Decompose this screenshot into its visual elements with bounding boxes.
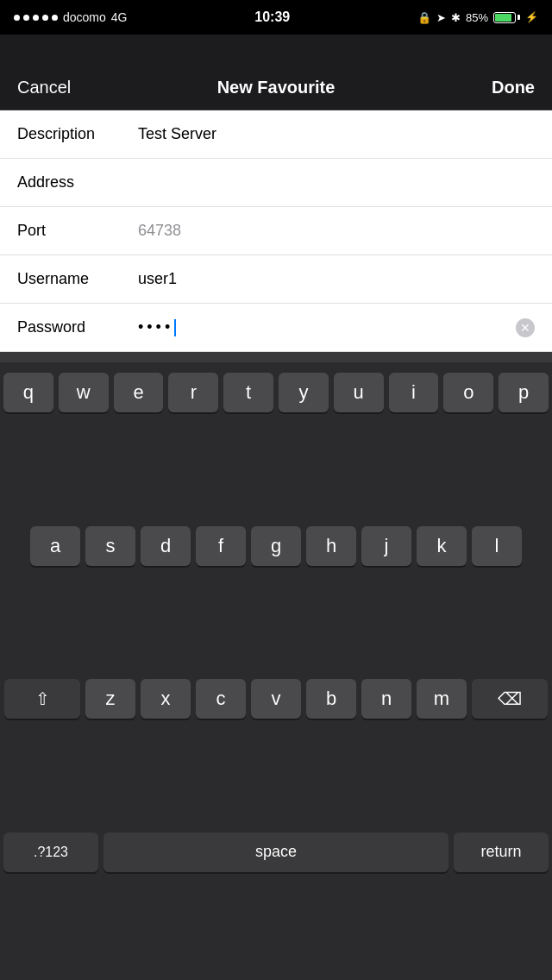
- key-b[interactable]: b: [306, 679, 356, 719]
- space-key[interactable]: space: [104, 832, 448, 872]
- password-dots[interactable]: ••••: [138, 318, 516, 336]
- keyboard-row-2: a s d f g h j k l: [3, 526, 549, 671]
- address-label: Address: [17, 173, 138, 192]
- key-d[interactable]: d: [141, 526, 191, 566]
- battery-fill: [495, 14, 511, 22]
- password-row: Password •••• ✕: [0, 304, 552, 352]
- key-k[interactable]: k: [417, 526, 467, 566]
- keyboard-gap: [0, 352, 552, 362]
- key-r[interactable]: r: [168, 373, 218, 412]
- password-label: Password: [17, 318, 138, 336]
- key-z[interactable]: z: [85, 679, 135, 719]
- cancel-button[interactable]: Cancel: [17, 78, 86, 97]
- port-label: Port: [17, 222, 138, 240]
- form-area: Description Address Port 64738 Username …: [0, 110, 552, 352]
- signal-dots: [14, 15, 58, 21]
- text-cursor: [174, 319, 176, 336]
- network-type: 4G: [111, 10, 128, 24]
- charging-icon: ⚡: [525, 11, 538, 23]
- port-placeholder[interactable]: 64738: [138, 222, 181, 240]
- key-f[interactable]: f: [196, 526, 246, 566]
- lock-icon: 🔒: [417, 11, 431, 24]
- nav-bar: Cancel New Favourite Done: [0, 35, 552, 110]
- key-s[interactable]: s: [85, 526, 135, 566]
- description-row: Description: [0, 110, 552, 159]
- key-g[interactable]: g: [251, 526, 301, 566]
- keyboard-row-1: q w e r t y u i o p: [3, 373, 549, 518]
- key-o[interactable]: o: [443, 373, 493, 412]
- dot-4: [42, 15, 48, 21]
- bluetooth-icon: ✱: [451, 11, 461, 24]
- key-a[interactable]: a: [30, 526, 80, 566]
- done-button[interactable]: Done: [466, 78, 535, 97]
- status-left: docomo 4G: [14, 10, 128, 24]
- battery-percent: 85%: [466, 11, 488, 24]
- dot-5: [52, 15, 58, 21]
- carrier-name: docomo: [63, 10, 106, 24]
- key-l[interactable]: l: [472, 526, 522, 566]
- port-row: Port 64738: [0, 207, 552, 255]
- key-u[interactable]: u: [334, 373, 384, 412]
- numpad-key[interactable]: .?123: [3, 832, 98, 872]
- key-y[interactable]: y: [279, 373, 329, 412]
- username-value[interactable]: user1: [138, 270, 177, 288]
- key-c[interactable]: c: [196, 679, 246, 719]
- keyboard: q w e r t y u i o p a s d f g h j k l ⇧ …: [0, 362, 552, 980]
- key-e[interactable]: e: [114, 373, 164, 412]
- username-row: Username user1: [0, 255, 552, 304]
- location-icon: ➤: [436, 11, 446, 24]
- description-input[interactable]: [138, 110, 535, 158]
- dot-2: [23, 15, 29, 21]
- key-j[interactable]: j: [361, 526, 411, 566]
- battery-tip: [518, 15, 520, 20]
- key-q[interactable]: q: [3, 373, 53, 412]
- keyboard-row-4: .?123 space return: [3, 832, 549, 977]
- username-label: Username: [17, 270, 138, 288]
- dot-3: [33, 15, 39, 21]
- backspace-key[interactable]: ⌫: [472, 679, 548, 719]
- key-n[interactable]: n: [361, 679, 411, 719]
- status-time: 10:39: [254, 9, 290, 25]
- description-label: Description: [17, 125, 138, 143]
- status-bar: docomo 4G 10:39 🔒 ➤ ✱ 85% ⚡: [0, 0, 552, 35]
- key-h[interactable]: h: [306, 526, 356, 566]
- key-t[interactable]: t: [223, 373, 273, 412]
- nav-title: New Favourite: [217, 78, 336, 97]
- key-x[interactable]: x: [141, 679, 191, 719]
- address-input[interactable]: [138, 159, 535, 206]
- key-w[interactable]: w: [59, 373, 109, 412]
- keyboard-row-3: ⇧ z x c v b n m ⌫: [3, 679, 549, 824]
- dot-1: [14, 15, 20, 21]
- key-p[interactable]: p: [499, 373, 549, 412]
- battery-body: [493, 12, 516, 23]
- clear-button[interactable]: ✕: [516, 318, 535, 337]
- shift-key[interactable]: ⇧: [4, 679, 80, 719]
- key-m[interactable]: m: [417, 679, 467, 719]
- battery: [493, 12, 520, 23]
- key-v[interactable]: v: [251, 679, 301, 719]
- status-right: 🔒 ➤ ✱ 85% ⚡: [417, 11, 538, 24]
- address-row: Address: [0, 159, 552, 207]
- key-i[interactable]: i: [389, 373, 439, 412]
- return-key[interactable]: return: [454, 832, 549, 872]
